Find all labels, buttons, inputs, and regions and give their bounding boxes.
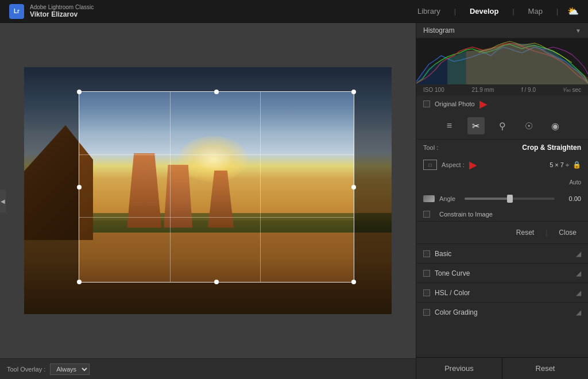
crop-overlay[interactable]	[79, 91, 354, 283]
histogram-dropdown-icon[interactable]: ▼	[575, 28, 581, 34]
crop-handle-tl[interactable]	[77, 90, 82, 94]
basic-label: Basic	[435, 250, 576, 258]
crop-handle-tr[interactable]	[351, 90, 356, 94]
color-grading-label: Color Grading	[435, 308, 576, 316]
tone-curve-expand-icon: ◢	[576, 269, 581, 277]
close-button[interactable]: Close	[554, 226, 581, 239]
original-photo-row: Original Photo ▶	[416, 95, 588, 113]
heal-tool-button[interactable]: ⚲	[494, 117, 511, 134]
app-title-group: Adobe Lightroom Classic Viktor Elizarov	[30, 4, 94, 18]
reset-button[interactable]: Reset	[512, 226, 539, 239]
constrain-checkbox[interactable]	[423, 211, 430, 218]
nav-sep-1: |	[454, 7, 456, 16]
angle-slider[interactable]	[465, 198, 555, 200]
previous-button[interactable]: Previous	[416, 358, 502, 379]
action-row: Reset | Close	[416, 221, 588, 243]
camera-info: ISO 100 21.9 mm f / 9.0 ¹⁄₈₀ sec	[416, 84, 588, 95]
crop-mask-bottom	[24, 283, 392, 314]
iso-value: ISO 100	[423, 87, 444, 93]
crop-grid-v1	[170, 92, 171, 282]
photo-bottom-bar: Tool Overlay : Always	[0, 358, 416, 379]
hsl-color-label: HSL / Color	[435, 289, 576, 297]
app-info: Lr Adobe Lightroom Classic Viktor Elizar…	[9, 4, 94, 19]
angle-slider-thumb[interactable]	[507, 195, 513, 203]
angle-value: 0.00	[564, 195, 581, 202]
crop-mask-top	[24, 67, 392, 91]
crop-handle-tc[interactable]	[214, 90, 219, 94]
angle-label: Angle	[439, 195, 455, 202]
panel-section-tone-curve[interactable]: Tone Curve ◢	[416, 263, 588, 283]
lock-icon[interactable]: 🔒	[572, 161, 581, 169]
right-panel: Histogram ▼ ISO	[416, 23, 588, 379]
aspect-row: □ Aspect : ▶ 5 × 7 ÷ 🔒	[416, 156, 588, 174]
adjust-tool-button[interactable]: ≡	[441, 117, 458, 134]
crop-mask-right	[354, 91, 392, 283]
aspect-red-arrow: ▶	[469, 160, 477, 170]
bottom-reset-button[interactable]: Reset	[502, 358, 588, 379]
angle-icon	[423, 195, 435, 202]
nav-sep-3: |	[556, 7, 558, 16]
shutter-speed: ¹⁄₈₀ sec	[563, 87, 581, 93]
angle-row: Angle 0.00	[416, 190, 588, 207]
angle-slider-fill	[465, 198, 509, 200]
photo-panel: ◀	[0, 23, 416, 379]
crop-tool-button[interactable]: ✂	[467, 117, 485, 134]
photo-container	[0, 23, 416, 358]
crop-handle-bc[interactable]	[214, 280, 219, 284]
constrain-row: Constrain to Image	[416, 207, 588, 221]
mask-tool-button[interactable]: ◉	[547, 117, 564, 134]
left-panel-toggle[interactable]: ◀	[0, 190, 6, 212]
crop-handle-bl[interactable]	[77, 280, 82, 284]
crop-settings-panel: Tool : Crop & Straighten □ Aspect : ▶ 5 …	[416, 140, 588, 357]
hsl-toggle[interactable]	[423, 289, 430, 296]
tone-curve-label: Tone Curve	[435, 269, 576, 277]
basic-toggle[interactable]	[423, 250, 430, 257]
tab-map[interactable]: Map	[524, 5, 547, 18]
aspect-label: Aspect :	[442, 161, 465, 168]
original-photo-label: Original Photo	[435, 100, 475, 107]
nav-sep-2: |	[512, 7, 514, 16]
red-eye-tool-button[interactable]: ☉	[520, 117, 537, 134]
tab-develop[interactable]: Develop	[465, 5, 504, 18]
crop-mask-left	[24, 91, 79, 283]
basic-expand-icon: ◢	[576, 250, 581, 258]
panel-section-basic[interactable]: Basic ◢	[416, 243, 588, 263]
crop-grid-v2	[260, 92, 261, 282]
histogram-svg	[416, 38, 588, 84]
panel-section-hsl-color[interactable]: HSL / Color ◢	[416, 283, 588, 302]
histogram-chart	[416, 38, 588, 84]
app-name: Adobe Lightroom Classic	[30, 4, 94, 10]
aspect-value[interactable]: 5 × 7 ÷	[550, 161, 569, 168]
tool-overlay-select[interactable]: Always	[50, 363, 90, 375]
histogram-title: Histogram	[423, 26, 455, 34]
crop-handle-ml[interactable]	[77, 185, 82, 190]
user-name: Viktor Elizarov	[30, 10, 94, 18]
topbar: Lr Adobe Lightroom Classic Viktor Elizar…	[0, 0, 588, 23]
color-grading-toggle[interactable]	[423, 309, 430, 316]
bottom-buttons: Previous Reset	[416, 357, 588, 379]
tool-icons-row: ≡ ✂ ⚲ ☉ ◉	[416, 113, 588, 140]
panel-section-color-grading[interactable]: Color Grading ◢	[416, 302, 588, 322]
nav-tabs: Library | Develop | Map | ⛅	[413, 5, 579, 18]
auto-label: Auto	[569, 179, 581, 185]
auto-row: Auto	[416, 174, 588, 190]
original-photo-checkbox[interactable]	[423, 100, 430, 107]
tone-curve-toggle[interactable]	[423, 270, 430, 277]
crop-grid-h1	[79, 154, 354, 155]
constrain-label: Constrain to Image	[439, 211, 493, 218]
hsl-expand-icon: ◢	[576, 289, 581, 297]
crop-handle-mr[interactable]	[351, 185, 356, 190]
color-grading-expand-icon: ◢	[576, 308, 581, 316]
crop-grid-h2	[79, 217, 354, 218]
tab-library[interactable]: Library	[413, 5, 445, 18]
main-content: ◀	[0, 23, 588, 379]
focal-length: 21.9 mm	[471, 87, 494, 93]
lr-logo: Lr	[9, 4, 24, 19]
tool-name-value: Crop & Straighten	[522, 144, 581, 152]
red-arrow-indicator: ▶	[479, 99, 488, 109]
tool-row: Tool : Crop & Straighten	[416, 140, 588, 156]
cloud-icon: ⛅	[567, 6, 579, 17]
aspect-select-container: 5 × 7 ÷ 🔒	[550, 161, 581, 169]
crop-handle-br[interactable]	[351, 280, 356, 284]
histogram-header: Histogram ▼	[416, 23, 588, 38]
